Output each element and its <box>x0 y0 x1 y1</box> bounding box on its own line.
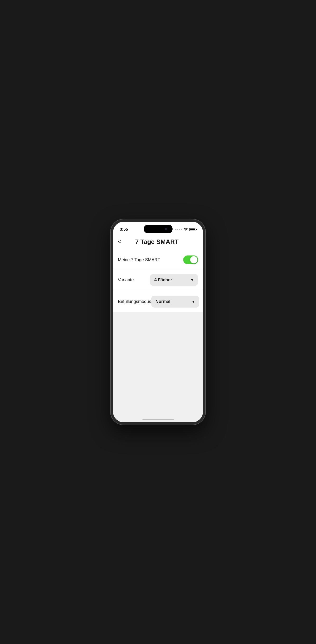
toggle-row: Meine 7 Tage SMART <box>118 251 198 269</box>
dynamic-island <box>144 225 172 233</box>
variante-label: Variante <box>118 278 134 282</box>
variante-value: 4 Fächer <box>154 278 176 282</box>
back-button[interactable]: < <box>118 238 123 246</box>
befuellungsmodus-value: Normal <box>156 299 177 304</box>
status-time: 3:55 <box>120 227 128 232</box>
page-title: 7 Tage SMART <box>123 238 191 246</box>
befuellungsmodus-label: Befüllungsmodus <box>118 299 151 304</box>
home-indicator <box>142 419 174 420</box>
screen-content: < 7 Tage SMART Meine 7 Tage SMART Varian… <box>113 234 203 422</box>
variante-section: Variante 4 Fächer ▼ <box>113 269 203 291</box>
befuellungsmodus-chevron-down-icon: ▼ <box>192 300 195 304</box>
befuellungsmodus-row: Befüllungsmodus Normal ▼ <box>118 291 198 312</box>
gray-content-area <box>113 312 203 422</box>
variante-chevron-down-icon: ▼ <box>190 278 194 282</box>
phone-frame: 3:55 < 7 Tage SMART <box>111 219 205 425</box>
smart-toggle[interactable] <box>183 256 198 264</box>
battery-icon <box>190 228 196 231</box>
settings-section: Meine 7 Tage SMART <box>113 251 203 269</box>
status-icons <box>175 228 196 232</box>
befuellungsmodus-dropdown[interactable]: Normal ▼ <box>151 296 199 308</box>
toggle-thumb <box>190 256 198 264</box>
signal-dots-icon <box>175 229 182 230</box>
wifi-icon <box>184 228 188 232</box>
variante-dropdown[interactable]: 4 Fächer ▼ <box>150 274 198 286</box>
camera-dot <box>165 228 167 230</box>
variante-row: Variante 4 Fächer ▼ <box>118 269 198 291</box>
header: < 7 Tage SMART <box>113 234 203 251</box>
toggle-label: Meine 7 Tage SMART <box>118 258 160 262</box>
befuellungsmodus-section: Befüllungsmodus Normal ▼ <box>113 291 203 312</box>
